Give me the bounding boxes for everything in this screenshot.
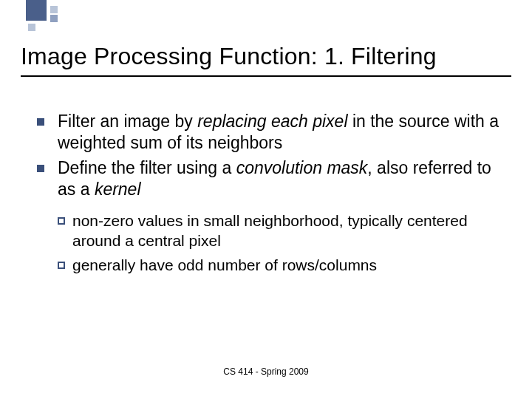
hollow-square-bullet-icon — [58, 262, 65, 269]
content-area: Filter an image by replacing each pixel … — [37, 111, 502, 279]
slide-title: Image Processing Function: 1. Filtering — [21, 43, 511, 70]
sub-bullet-text: generally have odd number of rows/column… — [72, 256, 377, 276]
footer-text: CS 414 - Spring 2009 — [0, 366, 532, 377]
bullet-text: Define the filter using a convolution ma… — [58, 157, 502, 201]
square-bullet-icon — [37, 118, 44, 126]
sub-bullet-item: generally have odd number of rows/column… — [58, 256, 502, 276]
sub-bullet-item: non-zero values in small neighborhood, t… — [58, 211, 502, 251]
bullet-item: Filter an image by replacing each pixel … — [37, 111, 502, 154]
corner-decoration — [0, 0, 111, 37]
hollow-square-bullet-icon — [58, 217, 65, 225]
bullet-text: Filter an image by replacing each pixel … — [58, 111, 502, 154]
sub-bullet-text: non-zero values in small neighborhood, t… — [72, 211, 502, 251]
bullet-item: Define the filter using a convolution ma… — [37, 157, 502, 201]
sub-bullet-list: non-zero values in small neighborhood, t… — [58, 211, 502, 276]
title-underline — [21, 75, 511, 77]
square-bullet-icon — [37, 165, 44, 172]
